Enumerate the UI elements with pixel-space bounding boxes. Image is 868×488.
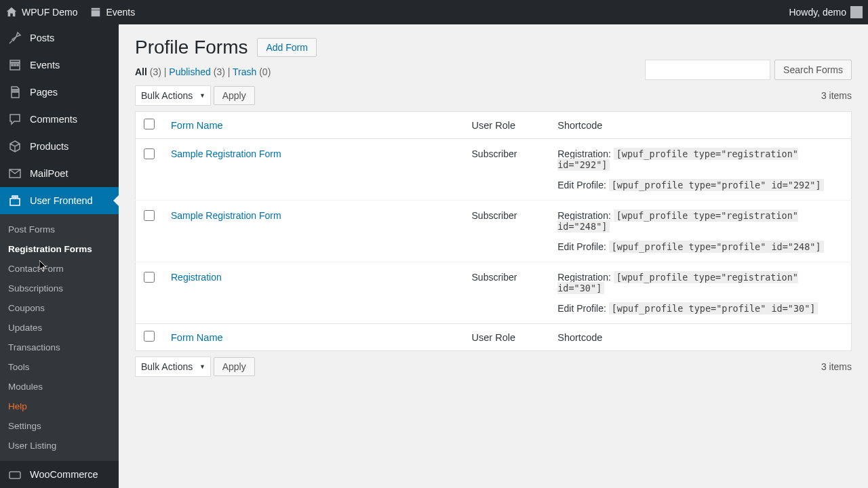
home-icon (5, 6, 18, 18)
site-name: WPUF Demo (22, 7, 77, 18)
avatar (850, 6, 863, 18)
howdy-text: Howdy, demo (789, 7, 846, 18)
events-label: Events (106, 7, 135, 18)
site-link[interactable]: WPUF Demo (5, 6, 77, 18)
admin-bar: WPUF Demo Events Howdy, demo (0, 0, 868, 24)
events-link[interactable]: Events (90, 6, 135, 18)
howdy-link[interactable]: Howdy, demo (789, 6, 863, 18)
calendar-icon (90, 6, 102, 18)
